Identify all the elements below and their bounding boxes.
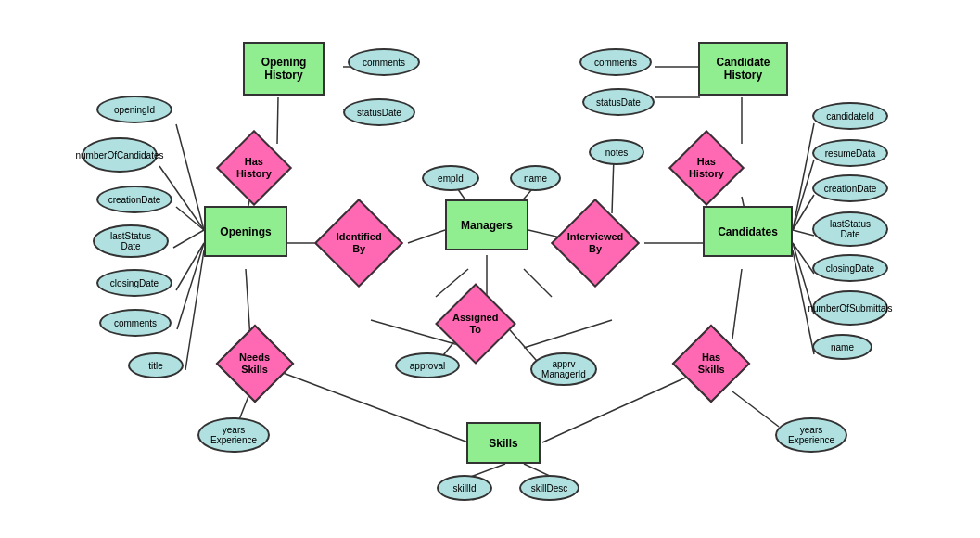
attr-emp-id: empId [422,165,479,191]
attr-opening-id: openingId [96,96,172,123]
svg-line-18 [173,230,204,248]
attr-notes: notes [589,139,644,165]
svg-line-34 [732,391,779,427]
svg-line-20 [177,243,204,329]
attr-resume-data: resumeData [812,139,888,167]
attr-status-date-oh: statusDate [343,98,415,126]
attr-last-status-date: lastStatus Date [93,224,169,258]
entity-candidates: Candidates [703,206,793,257]
svg-line-36 [524,320,612,348]
attr-comments-ch: comments [579,48,652,76]
svg-line-15 [176,124,204,230]
attr-number-of-candidates: numberOfCandidates [82,137,158,173]
svg-line-21 [185,250,204,370]
svg-line-25 [793,230,814,236]
svg-line-5 [408,230,445,243]
attr-creation-date-c: creationDate [812,174,888,202]
svg-line-23 [793,160,814,230]
entity-skills: Skills [466,422,541,464]
svg-line-38 [524,269,552,297]
svg-line-19 [176,243,204,290]
attr-years-exp-cand: years Experience [775,417,847,453]
svg-line-32 [732,269,742,339]
attr-skill-desc: skillDesc [519,475,579,501]
entity-openings: Openings [204,206,287,257]
attr-creation-date: creationDate [96,186,172,213]
attr-comments-oh: comments [348,48,420,76]
attr-skill-id: skillId [437,475,492,501]
svg-line-22 [793,123,814,230]
attr-approval: approval [395,352,460,378]
svg-line-0 [277,97,278,144]
attr-closing-date-c: closingDate [812,254,888,282]
svg-line-37 [436,269,468,297]
svg-line-30 [278,371,468,442]
er-diagram-canvas: Openings Managers Candidates Opening His… [0,0,980,538]
svg-line-12 [612,157,614,213]
entity-opening-history: Opening History [243,42,325,96]
attr-name-cand: name [812,334,872,360]
attr-title: title [128,352,184,378]
attr-status-date-ch: statusDate [582,88,655,116]
attr-last-status-date-c: lastStatus Date [812,211,888,247]
attr-closing-date: closingDate [96,269,172,297]
attr-years-exp-open: years Experience [197,417,270,453]
attr-name-mgr: name [510,165,561,191]
entity-managers: Managers [445,199,528,250]
entity-candidate-history: Candidate History [698,42,788,96]
attr-comments-openings: comments [99,309,172,337]
attr-number-of-submittals: numberOfSubmittals [812,290,888,326]
attr-candidate-id: candidateId [812,102,888,130]
attr-apprv-manager-id: apprv ManagerId [530,352,597,386]
